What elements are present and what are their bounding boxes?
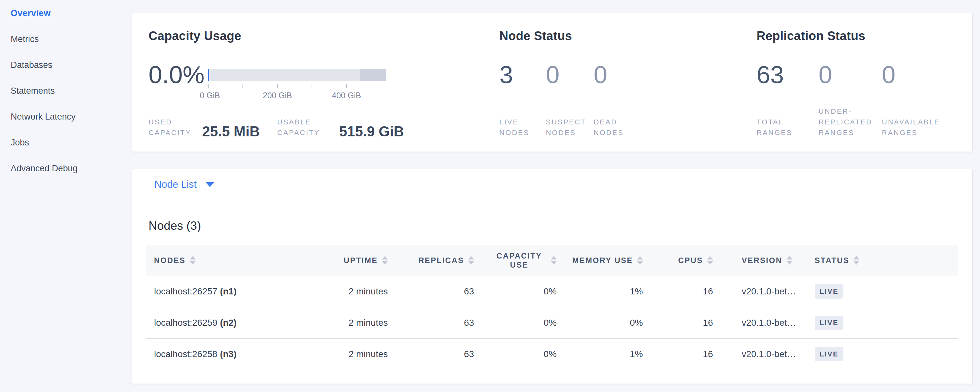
node-status-section: Node Status 3 LIVE NODES 0 SUSPECT NODES…: [499, 28, 757, 151]
column-header-replicas[interactable]: REPLICAS: [388, 245, 474, 276]
stat-value: 0: [882, 63, 956, 86]
sidebar-item-statements[interactable]: Statements: [11, 87, 129, 95]
replicas-cell: 63: [388, 308, 474, 338]
suspect-nodes-stat: 0 SUSPECT NODES: [546, 63, 593, 138]
node-id: (n2): [220, 318, 236, 328]
sidebar-item-overview[interactable]: Overview: [11, 9, 129, 18]
axis-tick: [312, 84, 312, 88]
under-replicated-ranges-stat: 0 UNDER-REPLICATED RANGES: [819, 63, 882, 138]
column-label: STATUS: [815, 256, 849, 265]
column-header-cpus[interactable]: CPUS: [643, 245, 713, 276]
stat-value: 63: [757, 63, 819, 86]
replication-status-section: Replication Status 63 TOTAL RANGES 0 UND…: [757, 28, 956, 151]
column-label: CPUS: [678, 256, 703, 265]
stat-label: UNDER-REPLICATED RANGES: [819, 106, 882, 138]
cpus-cell: 16: [643, 276, 713, 307]
node-status-title: Node Status: [499, 28, 757, 44]
node-address: localhost:26257: [154, 286, 217, 297]
column-header-memory-use[interactable]: MEMORY USE: [557, 245, 643, 276]
nodes-table-header: NODES UPTIME REPLICAS CAPACITY USE: [146, 245, 958, 276]
column-label: MEMORY USE: [572, 256, 633, 265]
cpus-cell: 16: [643, 308, 713, 338]
axis-tick: [346, 84, 347, 88]
capacity-bar-other-segment: [360, 69, 386, 81]
version-cell: v20.1.0-bet…: [713, 339, 791, 370]
nodes-heading: Nodes (3): [148, 219, 958, 233]
cluster-summary-card: Capacity Usage 0.0%: [132, 13, 972, 152]
stat-label: LIVE NODES: [499, 117, 546, 138]
axis-tick-label: 0 GiB: [200, 91, 220, 100]
capacity-use-cell: 0%: [474, 276, 557, 307]
node-address-cell[interactable]: localhost:26258 (n3): [146, 339, 319, 370]
capacity-axis: 0 GiB 200 GiB 400 GiB: [208, 81, 386, 100]
axis-tick: [208, 84, 208, 88]
status-badge: LIVE: [815, 284, 843, 299]
sidebar-item-jobs[interactable]: Jobs: [11, 138, 129, 147]
axis-tick-label: 200 GiB: [263, 91, 292, 100]
usable-capacity-label: USABLE CAPACITY: [277, 117, 335, 138]
status-badge: LIVE: [815, 347, 843, 361]
sort-icon: [853, 256, 859, 265]
node-list-dropdown[interactable]: Node List: [154, 179, 214, 190]
column-label: VERSION: [742, 256, 783, 265]
live-nodes-stat: 3 LIVE NODES: [499, 63, 546, 138]
stat-label: SUSPECT NODES: [546, 117, 593, 138]
main-content: Capacity Usage 0.0%: [132, 13, 972, 384]
memory-use-cell: 1%: [557, 276, 643, 307]
version-cell: v20.1.0-bet…: [713, 276, 791, 307]
column-header-uptime[interactable]: UPTIME: [319, 245, 388, 276]
stat-value: 0: [546, 63, 593, 86]
node-list-header: Node List: [132, 169, 972, 200]
sort-icon: [707, 256, 713, 265]
status-cell: LIVE: [791, 308, 958, 338]
capacity-bar-chart: 0 GiB 200 GiB 400 GiB: [208, 69, 386, 100]
status-badge: LIVE: [815, 316, 843, 330]
stat-label: TOTAL RANGES: [757, 117, 819, 138]
stat-value: 0: [819, 63, 882, 86]
replicas-cell: 63: [388, 339, 474, 370]
usable-capacity-value: 515.9 GiB: [339, 125, 404, 138]
node-id: (n1): [220, 286, 236, 297]
axis-tick-label: 400 GiB: [332, 91, 361, 100]
node-list-card: Node List Nodes (3) NODES UPTIME: [132, 169, 972, 384]
sidebar-item-databases[interactable]: Databases: [11, 61, 129, 70]
node-address: localhost:26259: [154, 318, 217, 328]
table-row: localhost:26259 (n2) 2 minutes 63 0% 0% …: [146, 308, 958, 339]
nodes-table: NODES UPTIME REPLICAS CAPACITY USE: [146, 245, 958, 370]
version-cell: v20.1.0-bet…: [713, 308, 791, 338]
column-header-capacity-use[interactable]: CAPACITY USE: [474, 245, 557, 276]
node-list-dropdown-label: Node List: [154, 179, 197, 190]
column-label: REPLICAS: [418, 256, 464, 265]
capacity-use-cell: 0%: [474, 308, 557, 338]
memory-use-cell: 0%: [557, 308, 643, 338]
column-label: CAPACITY USE: [492, 252, 547, 269]
stat-label: UNAVAILABLE RANGES: [882, 117, 956, 138]
column-header-nodes[interactable]: NODES: [146, 245, 319, 276]
sort-icon: [382, 256, 388, 265]
axis-tick: [242, 84, 243, 88]
capacity-usage-title: Capacity Usage: [148, 28, 499, 44]
uptime-cell: 2 minutes: [319, 276, 388, 307]
sidebar-item-advanced-debug[interactable]: Advanced Debug: [11, 164, 129, 173]
replicas-cell: 63: [388, 276, 474, 307]
column-header-version[interactable]: VERSION: [713, 245, 791, 276]
replication-status-title: Replication Status: [757, 28, 956, 44]
node-address: localhost:26258: [154, 349, 217, 359]
unavailable-ranges-stat: 0 UNAVAILABLE RANGES: [882, 63, 956, 138]
table-row: localhost:26257 (n1) 2 minutes 63 0% 1% …: [146, 276, 958, 308]
column-label: NODES: [154, 256, 186, 265]
stat-label: DEAD NODES: [593, 117, 645, 138]
capacity-usage-section: Capacity Usage 0.0%: [148, 28, 499, 151]
node-address-cell[interactable]: localhost:26259 (n2): [146, 308, 319, 338]
capacity-bar-used-segment: [208, 69, 209, 81]
caret-down-icon: [206, 182, 214, 187]
node-address-cell[interactable]: localhost:26257 (n1): [146, 276, 319, 307]
table-row: localhost:26258 (n3) 2 minutes 63 0% 1% …: [146, 339, 958, 370]
column-header-status[interactable]: STATUS: [791, 245, 958, 276]
status-cell: LIVE: [791, 276, 958, 307]
sidebar-item-network-latency[interactable]: Network Latency: [11, 112, 129, 121]
sidebar-item-metrics[interactable]: Metrics: [11, 35, 129, 44]
axis-tick: [277, 84, 278, 88]
sort-icon: [190, 256, 196, 265]
used-capacity-label: USED CAPACITY: [148, 117, 197, 138]
